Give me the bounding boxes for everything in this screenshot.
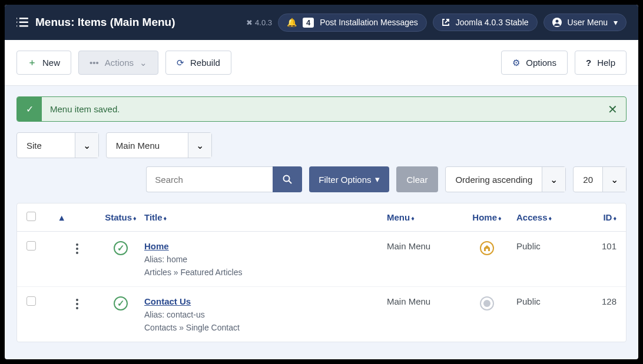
row-checkbox[interactable]	[26, 241, 36, 251]
chevron-down-icon: ⌄	[188, 133, 211, 158]
item-id: 101	[581, 241, 617, 251]
status-published-icon[interactable]: ✓	[114, 296, 128, 310]
help-button[interactable]: ? Help	[575, 51, 627, 75]
notifications-pill[interactable]: 🔔 4 Post Installation Messages	[278, 14, 427, 32]
select-all-checkbox[interactable]	[26, 212, 36, 221]
row-checkbox[interactable]	[26, 296, 36, 306]
item-alias: Alias: home	[144, 255, 387, 264]
home-off-icon[interactable]	[480, 296, 494, 310]
chevron-down-icon: ⌄	[75, 133, 98, 158]
joomla-icon: ✖	[246, 18, 253, 27]
item-id: 128	[581, 296, 617, 306]
gear-icon: ⚙	[512, 58, 520, 68]
chevron-down-icon: ⌄	[542, 167, 565, 192]
table-row: ✓ Contact Us Alias: contact-us Contacts …	[17, 287, 626, 342]
options-button[interactable]: ⚙ Options	[501, 51, 568, 75]
user-menu-pill[interactable]: User Menu ▾	[543, 14, 627, 31]
status-column[interactable]: Status♦	[97, 212, 144, 222]
check-icon: ✓	[17, 97, 42, 121]
ordering-column[interactable]: ▴	[50, 212, 74, 223]
item-title-link[interactable]: Contact Us	[144, 296, 387, 306]
notif-badge: 4	[303, 18, 314, 28]
external-link-icon	[442, 18, 450, 26]
refresh-icon: ⟳	[177, 58, 184, 68]
svg-point-7	[555, 20, 558, 23]
new-button[interactable]: ＋ New	[16, 51, 71, 75]
chevron-down-icon: ⌄	[602, 167, 626, 192]
row-actions-menu[interactable]	[74, 241, 83, 256]
clear-button[interactable]: Clear	[396, 166, 439, 192]
item-alias: Alias: contact-us	[144, 310, 387, 319]
notif-label: Post Installation Messages	[320, 18, 418, 27]
chevron-down-icon: ⌄	[140, 58, 147, 68]
caret-down-icon: ▾	[375, 174, 380, 185]
ordering-select[interactable]: Ordering ascending ⌄	[445, 166, 566, 192]
menu-select[interactable]: Main Menu ⌄	[106, 132, 212, 158]
svg-point-5	[17, 25, 19, 27]
item-path: Contacts » Single Contact	[144, 323, 387, 332]
search-input[interactable]	[146, 166, 273, 192]
title-column[interactable]: Title♦	[144, 212, 387, 222]
item-menu: Main Menu	[387, 296, 458, 306]
status-published-icon[interactable]: ✓	[114, 241, 128, 255]
limit-select[interactable]: 20 ⌄	[573, 166, 627, 192]
client-select[interactable]: Site ⌄	[16, 132, 99, 158]
alert-message: Menu item saved.	[42, 97, 128, 121]
system-pill[interactable]: Joomla 4.0.3 Stable	[433, 14, 538, 31]
user-menu-label: User Menu	[568, 18, 608, 27]
plus-icon: ＋	[28, 57, 37, 68]
item-access: Public	[516, 241, 581, 251]
svg-point-3	[17, 18, 19, 19]
item-access: Public	[516, 296, 581, 306]
access-column[interactable]: Access♦	[516, 212, 581, 222]
id-column[interactable]: ID♦	[581, 212, 617, 222]
home-icon[interactable]	[480, 241, 494, 255]
search-button[interactable]	[273, 166, 302, 192]
success-alert: ✓ Menu item saved. ✕	[16, 96, 627, 122]
table-row: ✓ Home Alias: home Articles » Featured A…	[17, 232, 626, 287]
filter-options-button[interactable]: Filter Options ▾	[309, 166, 389, 192]
search-icon	[283, 175, 292, 184]
row-actions-menu[interactable]	[74, 296, 83, 312]
bell-icon: 🔔	[287, 18, 297, 27]
menu-toggle-icon[interactable]	[16, 18, 28, 27]
rebuild-button[interactable]: ⟳ Rebuild	[165, 51, 231, 75]
joomla-version: ✖ 4.0.3	[246, 18, 272, 27]
system-label: Joomla 4.0.3 Stable	[456, 18, 529, 27]
svg-point-8	[284, 176, 290, 182]
question-icon: ?	[586, 58, 591, 68]
chevron-down-icon: ▾	[614, 18, 618, 27]
close-icon[interactable]: ✕	[599, 102, 626, 116]
page-title: Menus: Items (Main Menu)	[35, 16, 175, 29]
item-menu: Main Menu	[387, 241, 458, 251]
home-column[interactable]: Home♦	[458, 212, 516, 222]
user-icon	[552, 18, 562, 27]
item-title-link[interactable]: Home	[144, 241, 387, 251]
dots-icon: •••	[90, 58, 99, 68]
menu-column[interactable]: Menu♦	[387, 212, 458, 222]
item-path: Articles » Featured Articles	[144, 268, 387, 277]
items-table: ▴ Status♦ Title♦ Menu♦ Home♦ Access♦ ID♦…	[16, 203, 627, 342]
svg-point-4	[17, 21, 19, 24]
actions-button: ••• Actions ⌄	[78, 51, 158, 75]
